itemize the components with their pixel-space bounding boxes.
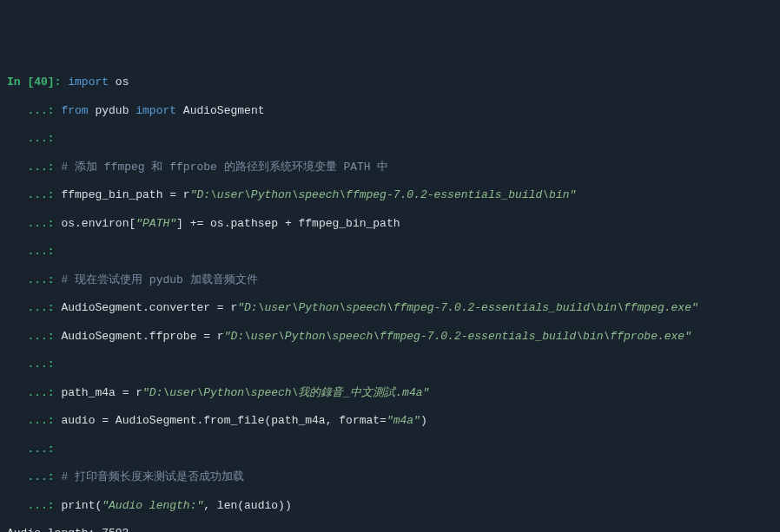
code-text: ] += os.pathsep + ffmpeg_bin_path — [176, 217, 400, 230]
cont-prompt: ...: — [7, 330, 61, 343]
string-format: "m4a" — [387, 414, 420, 427]
mod-pydub: pydub — [89, 104, 136, 117]
kw-import: import — [68, 76, 109, 89]
in-40-blank-2: ...: — [7, 245, 773, 259]
in-40-comment-3: ...: # 打印音频长度来测试是否成功加载 — [7, 470, 773, 484]
cont-prompt: ...: — [7, 273, 61, 286]
cont-prompt: ...: — [7, 499, 61, 512]
in-40-line-8: ...: AudioSegment.ffprobe = r"D:\user\Py… — [7, 330, 773, 344]
in-40-line-9: ...: path_m4a = r"D:\user\Python\speech\… — [7, 386, 773, 400]
cont-prompt: ...: — [7, 132, 61, 145]
code-text: ) — [420, 414, 427, 427]
string-path-key: "PATH" — [136, 217, 176, 230]
stdout-text: Audio length: 7593 — [7, 527, 129, 532]
kw-import2: import — [136, 104, 176, 117]
cont-prompt: ...: — [7, 245, 61, 258]
string-label: "Audio length:" — [102, 499, 203, 512]
cont-prompt: ...: — [7, 217, 61, 230]
comment-text: # 添加 ffmpeg 和 ffprobe 的路径到系统环境变量 PATH 中 — [61, 161, 388, 174]
cont-prompt: ...: — [7, 386, 61, 399]
cls-audiosegment: AudioSegment — [176, 104, 264, 117]
string-path: "D:\user\Python\speech\ffmpeg-7.0.2-esse… — [190, 188, 577, 201]
in-40-line-10: ...: audio = AudioSegment.from_file(path… — [7, 414, 773, 428]
in-40-blank-1: ...: — [7, 132, 773, 146]
in-40-line-4: ...: ffmpeg_bin_path = r"D:\user\Python\… — [7, 188, 773, 202]
kw-from: from — [61, 104, 88, 117]
in-40-blank-3: ...: — [7, 358, 773, 371]
code-text: , len(audio)) — [203, 499, 291, 512]
in-40-line-1: In [40]: import os — [7, 76, 773, 89]
cont-prompt: ...: — [7, 161, 61, 174]
string-ffprobe: "D:\user\Python\speech\ffmpeg-7.0.2-esse… — [224, 330, 691, 343]
code-text: print( — [61, 499, 102, 512]
in-40-line-7: ...: AudioSegment.converter = r"D:\user\… — [7, 301, 773, 315]
code-text: path_m4a = r — [61, 386, 142, 399]
code-text: audio = AudioSegment.from_file(path_m4a,… — [61, 414, 386, 427]
prompt-close: ]: — [48, 76, 68, 89]
code-text: AudioSegment.ffprobe = r — [61, 330, 223, 343]
comment-text: # 打印音频长度来测试是否成功加载 — [61, 470, 244, 483]
comment-text: # 现在尝试使用 pydub 加载音频文件 — [61, 273, 257, 286]
code-text: os.environ[ — [61, 217, 136, 230]
cont-prompt: ...: — [7, 414, 61, 427]
string-ffmpeg: "D:\user\Python\speech\ffmpeg-7.0.2-esse… — [237, 301, 698, 314]
in-40-line-2: ...: from pydub import AudioSegment — [7, 104, 773, 118]
cont-prompt: ...: — [7, 301, 61, 314]
mod-os: os — [109, 76, 129, 89]
code-text: AudioSegment.converter = r — [61, 301, 237, 314]
in-number: 40 — [34, 76, 48, 89]
cont-prompt: ...: — [7, 470, 61, 483]
in-40-line-5: ...: os.environ["PATH"] += os.pathsep + … — [7, 217, 773, 231]
cont-prompt: ...: — [7, 443, 61, 456]
in-prompt: In [ — [7, 76, 34, 89]
in-40-line-11: ...: print("Audio length:", len(audio)) — [7, 499, 773, 513]
in-40-comment-2: ...: # 现在尝试使用 pydub 加载音频文件 — [7, 273, 773, 287]
in-40-comment-1: ...: # 添加 ffmpeg 和 ffprobe 的路径到系统环境变量 PA… — [7, 161, 773, 174]
cont-prompt: ...: — [7, 104, 61, 117]
cont-prompt: ...: — [7, 188, 61, 201]
string-m4a-path: "D:\user\Python\speech\我的錄音_中文測試.m4a" — [142, 386, 429, 399]
cont-prompt: ...: — [7, 358, 61, 371]
ipython-console[interactable]: In [40]: import os ...: from pydub impor… — [7, 62, 773, 532]
in-40-blank-4: ...: — [7, 443, 773, 456]
code-text: ffmpeg_bin_path = r — [61, 188, 189, 201]
stdout-40: Audio length: 7593 — [7, 527, 773, 532]
